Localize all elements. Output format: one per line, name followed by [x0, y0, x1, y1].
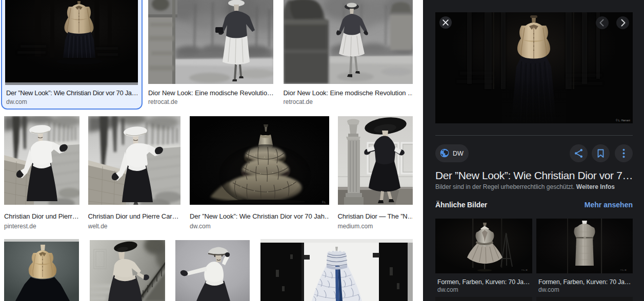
svg-text:© L: © L [322, 201, 326, 204]
svg-text:© L. H: © L. H [620, 269, 626, 271]
svg-text:© L. Hamani: © L. Hamani [616, 119, 630, 122]
svg-text:© L. H: © L. H [521, 269, 527, 271]
